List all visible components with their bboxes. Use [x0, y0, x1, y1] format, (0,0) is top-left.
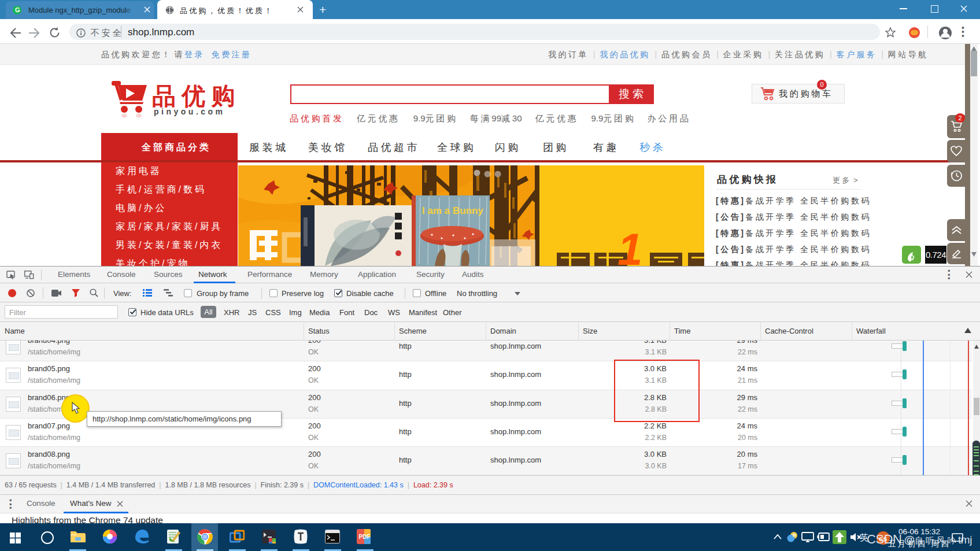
svg-text:PDF: PDF — [359, 534, 371, 540]
svg-text:I am a Bunny: I am a Bunny — [422, 205, 483, 216]
svg-text:1: 1 — [617, 224, 642, 266]
